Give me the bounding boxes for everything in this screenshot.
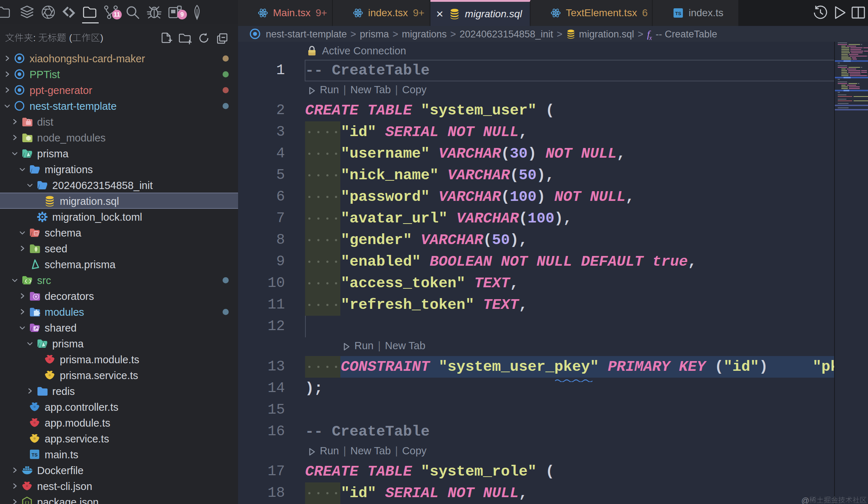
svg-text:TS: TS [32, 452, 38, 458]
svg-text:{ }: { } [25, 500, 29, 504]
svg-text:TS: TS [675, 11, 681, 16]
